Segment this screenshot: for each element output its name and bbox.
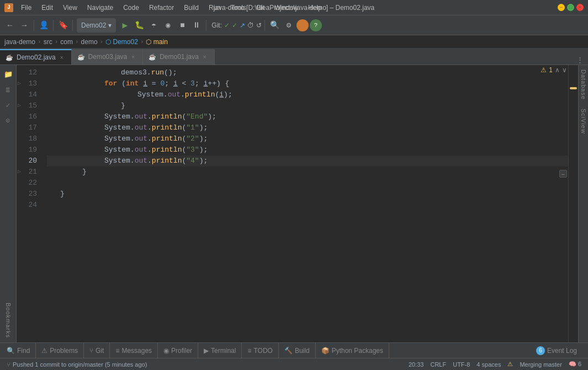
git-action-push[interactable]: ↗ <box>240 22 245 29</box>
bottom-tab-find[interactable]: 🔍 Find <box>1 343 36 358</box>
find-icon: 🔍 <box>7 347 15 355</box>
breadcrumb-sep-1: › <box>38 39 41 45</box>
git-action-undo[interactable]: ↺ <box>256 22 262 29</box>
code-line-22 <box>47 178 568 189</box>
bottom-right-tabs: 6 Event Log <box>526 343 587 358</box>
toolbar-bookmark-btn[interactable]: 🔖 <box>56 19 70 32</box>
status-warning-icon: ⚠ <box>507 361 513 368</box>
title-bar: J File Edit View Navigate Code Refactor … <box>0 0 588 15</box>
sidebar-structure-icon[interactable]: ≣ <box>1 83 15 97</box>
code-line-23: } <box>47 189 568 200</box>
maximize-button[interactable]: □ <box>567 4 574 11</box>
breadcrumb-com[interactable]: com <box>60 38 73 46</box>
toolbar-back-btn[interactable]: ← <box>3 19 17 32</box>
profiler-button[interactable]: ◉ <box>161 19 174 32</box>
status-crlf[interactable]: CRLF <box>427 358 449 371</box>
menu-refactor[interactable]: Refactor <box>145 3 178 13</box>
bookmarks-label[interactable]: Bookmarks <box>5 303 12 338</box>
breadcrumb-sep-5: › <box>140 39 144 45</box>
git-action-check1[interactable]: ✓ <box>224 22 230 29</box>
tab-demo02-close[interactable]: × <box>59 54 65 61</box>
tab-demo03-close[interactable]: × <box>130 53 136 61</box>
status-branch[interactable]: Merging master <box>516 358 565 371</box>
toolbar-sep-1 <box>34 20 34 31</box>
help-btn[interactable]: ? <box>310 19 322 31</box>
code-content[interactable]: demos3.run(); for (int i = 0; i < 3; i++… <box>47 65 568 342</box>
breadcrumb-project[interactable]: java-demo <box>4 38 35 46</box>
database-panel-label[interactable]: Database <box>579 65 588 104</box>
charset-text: UTF-8 <box>453 361 470 368</box>
bottom-tab-profiler[interactable]: ◉ Profiler <box>158 343 198 358</box>
git-action-history[interactable]: ⏱ <box>247 22 254 29</box>
status-warning-indicator[interactable]: ⚠ <box>504 358 516 371</box>
bottom-tab-terminal[interactable]: ▶ Terminal <box>198 343 242 358</box>
menu-navigate[interactable]: Navigate <box>83 3 118 13</box>
breadcrumb-src[interactable]: src <box>44 38 52 46</box>
bottom-tab-problems[interactable]: ⚠ Problems <box>36 343 84 358</box>
breadcrumb-method[interactable]: ⬡ main <box>146 38 167 46</box>
editor-scrollbar[interactable]: — <box>568 65 578 342</box>
code-line-19: System.out.println("3"); <box>47 144 568 155</box>
bottom-tab-todo[interactable]: ≡ TODO <box>242 343 278 358</box>
pause-button[interactable]: ⏸ <box>190 19 203 32</box>
close-button[interactable]: × <box>576 4 584 11</box>
debug-button[interactable]: 🐛 <box>133 19 146 32</box>
bottom-tab-git[interactable]: ⑂ Git <box>84 343 110 358</box>
breadcrumb-demo[interactable]: demo <box>81 38 98 46</box>
minimize-button[interactable]: − <box>558 4 565 11</box>
tabs-menu-btn[interactable]: ⋮ <box>572 56 588 65</box>
menu-file[interactable]: File <box>17 3 36 13</box>
line-num-22: 22 <box>17 178 41 189</box>
tab-demo01[interactable]: ☕ Demo01.java × <box>143 49 215 65</box>
code-line-24 <box>47 200 568 211</box>
user-btn[interactable] <box>296 19 309 31</box>
warning-up-icon[interactable]: ∧ <box>555 66 560 74</box>
git-action-check2[interactable]: ✓ <box>232 22 237 29</box>
bottom-tab-build-label: Build <box>295 347 310 355</box>
bottom-tab-event-log[interactable]: 6 Event Log <box>531 343 582 358</box>
stop-button[interactable]: ■ <box>176 19 189 32</box>
toolbar-search-btn[interactable]: 👤 <box>37 19 50 32</box>
code-line-18: System.out.println("2"); <box>47 133 568 144</box>
settings-btn[interactable]: ⚙ <box>282 19 295 32</box>
code-line-12: demos3.run(); <box>47 67 568 78</box>
bottom-tab-messages[interactable]: ≡ Messages <box>110 343 158 358</box>
bottom-tab-build[interactable]: 🔨 Build <box>279 343 316 358</box>
toolbar-sep-4 <box>206 20 206 31</box>
sciview-panel-label[interactable]: SciView <box>579 104 588 138</box>
main-toolbar: ← → 👤 🔖 Demo02 ▾ ▶ 🐛 ☂ ◉ ■ ⏸ Git: ✓ ✓ ↗ … <box>0 15 588 35</box>
breadcrumb-sep-3: › <box>75 39 79 45</box>
status-git-message[interactable]: ⑂ Pushed 1 commit to origin/master (5 mi… <box>3 358 150 371</box>
menu-code[interactable]: Code <box>119 3 144 13</box>
fold-icon-21[interactable]: ▷ <box>18 167 21 178</box>
status-position[interactable]: 20:33 <box>405 358 427 371</box>
breadcrumb-class[interactable]: ⬡ Demo02 <box>105 38 138 46</box>
run-config-selector[interactable]: Demo02 ▾ <box>77 18 116 33</box>
toolbar-forward-btn[interactable]: → <box>18 19 31 32</box>
bottom-tab-python[interactable]: 📦 Python Packages <box>316 343 389 358</box>
sidebar-vcs-icon[interactable]: ⊙ <box>1 114 15 128</box>
status-memory[interactable]: 🧠 6 <box>565 358 585 371</box>
sidebar-project-icon[interactable]: 📁 <box>1 67 15 82</box>
branch-text: Merging master <box>520 361 561 368</box>
tab-demo01-close[interactable]: × <box>202 53 208 61</box>
tab-demo03[interactable]: ☕ Demo03.java × <box>72 49 144 65</box>
tab-demo02[interactable]: ☕ Demo02.java × <box>0 49 72 65</box>
run-button[interactable]: ▶ <box>118 19 131 32</box>
warning-down-icon[interactable]: ∨ <box>562 66 567 74</box>
warning-icon: ⚠ <box>541 66 547 74</box>
right-panels: Database SciView <box>578 65 588 342</box>
menu-edit[interactable]: Edit <box>37 3 57 13</box>
code-line-20: System.out.println("4"); <box>47 155 568 167</box>
code-container: 12 ▷13 14 ▷15 16 17 18 19 20 ▷21 22 23 2… <box>17 65 578 342</box>
status-charset[interactable]: UTF-8 <box>449 358 473 371</box>
tab-demo01-icon: ☕ <box>149 53 156 61</box>
coverage-button[interactable]: ☂ <box>147 19 160 32</box>
menu-build[interactable]: Build <box>179 3 203 13</box>
fold-icon-13[interactable]: ▷ <box>18 78 21 89</box>
menu-view[interactable]: View <box>59 3 82 13</box>
status-indent[interactable]: 4 spaces <box>473 358 504 371</box>
search-everywhere-btn[interactable]: 🔍 <box>268 19 281 32</box>
fold-icon-15[interactable]: ▷ <box>18 100 21 111</box>
sidebar-commit-icon[interactable]: ✓ <box>1 98 15 112</box>
